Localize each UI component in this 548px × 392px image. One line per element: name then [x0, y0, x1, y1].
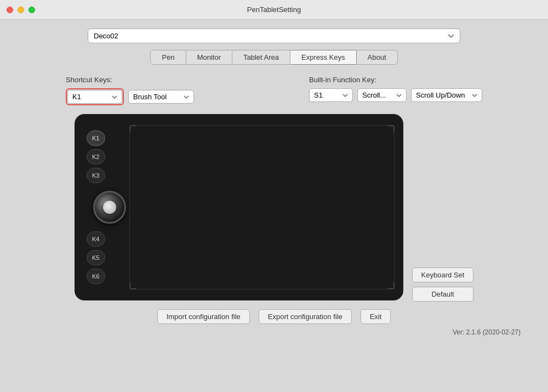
key-k2[interactable]: K2 [87, 149, 105, 164]
scroll-wheel[interactable] [93, 191, 126, 224]
key-k4[interactable]: K4 [87, 231, 105, 247]
keys-top: K1 K2 K3 [87, 130, 105, 183]
close-button[interactable] [7, 7, 13, 13]
title-bar: PenTabletSetting [0, 0, 548, 20]
tablet-surface [129, 125, 395, 289]
controls-area: Shortcut Keys: K1 K2 K3 K4 K5 K6 Brush T… [66, 76, 482, 105]
s1-selector[interactable]: S1 S2 [309, 88, 353, 102]
corner-tl [130, 126, 136, 132]
tab-about[interactable]: About [357, 50, 398, 65]
keyboard-set-button[interactable]: Keyboard Set [412, 268, 474, 282]
shortcut-keys-row: K1 K2 K3 K4 K5 K6 Brush Tool Eraser Tool… [66, 88, 194, 105]
scroll-wheel-inner [103, 201, 116, 214]
default-button[interactable]: Default [412, 287, 474, 302]
corner-tr [387, 126, 394, 132]
device-selector-wrap: Deco02 [88, 29, 460, 43]
import-config-button[interactable]: Import configuration file [157, 309, 250, 324]
builtin-function-label: Built-in Function Key: [309, 76, 482, 84]
bottom-buttons-row: Import configuration file Export configu… [27, 309, 521, 324]
tab-bar: Pen Monitor Tablet Area Express Keys Abo… [150, 50, 397, 65]
version-label: Ver: 2.1.6 (2020-02-27) [453, 328, 521, 336]
action-selector[interactable]: Brush Tool Eraser Tool Undo Redo [128, 90, 194, 104]
key-k3[interactable]: K3 [87, 168, 105, 183]
device-selector[interactable]: Deco02 [88, 29, 460, 43]
maximize-button[interactable] [28, 7, 35, 13]
main-content: Deco02 Pen Monitor Tablet Area Express K… [0, 20, 548, 392]
tab-pen[interactable]: Pen [150, 50, 186, 65]
key-k6[interactable]: K6 [87, 269, 105, 284]
corner-bl [130, 282, 136, 289]
shortcut-keys-section: Shortcut Keys: K1 K2 K3 K4 K5 K6 Brush T… [66, 76, 194, 105]
tablet-with-buttons: K1 K2 K3 K4 K5 K6 K [75, 114, 474, 307]
traffic-lights [7, 7, 35, 13]
scrollud-selector[interactable]: Scroll Up/Down Scroll Left/Right Zoom In… [411, 88, 482, 102]
key-k5[interactable]: K5 [87, 250, 105, 265]
key-select-highlight: K1 K2 K3 K4 K5 K6 [66, 88, 124, 105]
tab-tablet-area[interactable]: Tablet Area [232, 50, 290, 65]
window-title: PenTabletSetting [247, 5, 301, 14]
corner-br [387, 282, 394, 289]
tab-monitor[interactable]: Monitor [186, 50, 232, 65]
export-config-button[interactable]: Export configuration file [259, 309, 352, 324]
key-selector[interactable]: K1 K2 K3 K4 K5 K6 [67, 90, 122, 104]
builtin-function-section: Built-in Function Key: S1 S2 Scroll... P… [309, 76, 482, 105]
tablet-visualization: K1 K2 K3 K4 K5 K6 [75, 114, 403, 300]
builtin-function-row: S1 S2 Scroll... Pan Zoom Scroll Up/Down … [309, 88, 482, 102]
key-k1[interactable]: K1 [87, 130, 105, 146]
exit-button[interactable]: Exit [361, 309, 391, 324]
scroll-selector[interactable]: Scroll... Pan Zoom [357, 88, 407, 102]
bottom-area: Import configuration file Export configu… [27, 309, 521, 336]
keys-bottom: K4 K5 K6 [87, 231, 105, 284]
tab-express-keys[interactable]: Express Keys [290, 50, 356, 65]
shortcut-keys-label: Shortcut Keys: [66, 76, 194, 84]
side-buttons: Keyboard Set Default [412, 268, 474, 307]
minimize-button[interactable] [18, 7, 24, 13]
